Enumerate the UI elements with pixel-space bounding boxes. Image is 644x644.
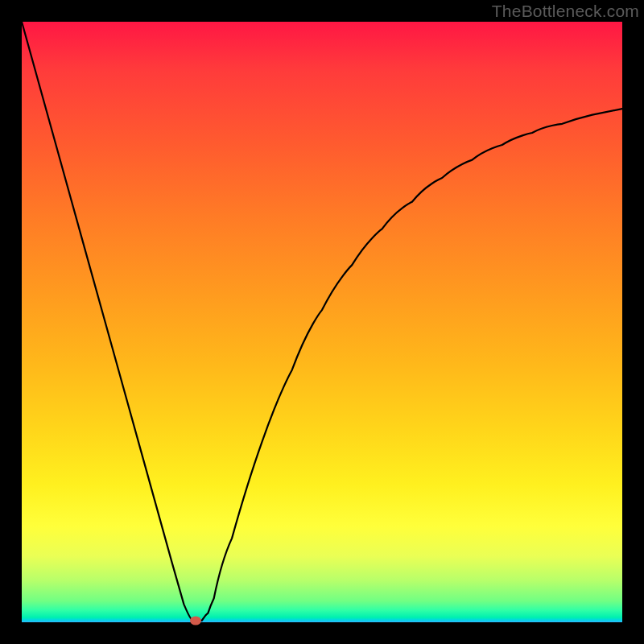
attribution-label: TheBottleneck.com <box>492 2 639 21</box>
bottleneck-curve <box>22 22 622 621</box>
curve-svg <box>22 22 622 622</box>
optimum-marker <box>190 617 201 625</box>
chart-frame: TheBottleneck.com <box>0 0 644 644</box>
